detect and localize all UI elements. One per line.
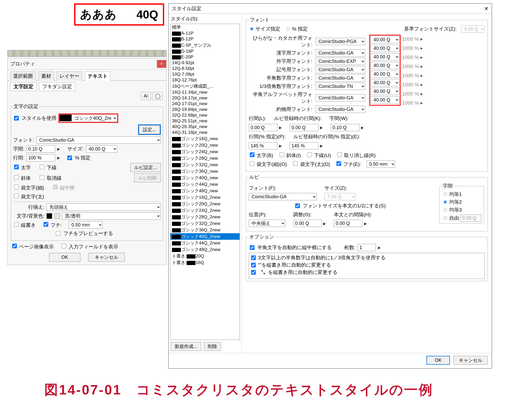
style-item[interactable]: 10Q-7.08pt	[170, 71, 240, 77]
underline-u-checkbox[interactable]	[307, 152, 312, 157]
stepper-icon[interactable]: ▶	[420, 83, 423, 87]
font-row-size[interactable]: 40.00 Q	[371, 70, 399, 78]
style-item[interactable]: 14Q-9.92pt	[170, 60, 240, 66]
dialog-ok-button[interactable]: OK	[426, 356, 450, 365]
style-item[interactable]: ゴシック40Q_2new	[170, 233, 240, 240]
fuchi-e-checkbox[interactable]	[336, 161, 341, 166]
font-row-select[interactable]: ComicStudio-GA	[316, 106, 365, 113]
italic-checkbox[interactable]	[14, 175, 19, 180]
style-item[interactable]: 32Q-22.68pt_new	[170, 112, 240, 118]
ruby-font-select[interactable]: ComicStudio-GA	[249, 193, 317, 200]
style-item[interactable]: ゴシック28Q_2new	[170, 214, 240, 220]
underline-checkbox[interactable]	[40, 165, 44, 169]
stepper-icon[interactable]: ▶	[320, 125, 323, 130]
stepper-icon[interactable]: ▶	[320, 144, 323, 148]
style-item[interactable]: ゴシック20Q_2new	[170, 201, 240, 207]
strike-checkbox[interactable]	[40, 175, 44, 180]
font-row-size[interactable]: 40.00 Q	[371, 79, 399, 86]
jikan-radio-3[interactable]: 自由	[442, 214, 481, 222]
style-item[interactable]: 44Q-31.18pt_new	[170, 130, 240, 135]
style-item[interactable]: ゴシック40Q_new	[170, 175, 240, 181]
font-row-select[interactable]: ComicStudio-GA	[316, 94, 365, 101]
page-image-checkbox[interactable]	[12, 244, 17, 248]
opt-ketasu-input[interactable]	[358, 244, 376, 251]
style-item[interactable]: B-12P	[170, 36, 240, 42]
bold-checkbox[interactable]	[14, 165, 19, 169]
tategaki-checkbox[interactable]	[14, 222, 19, 227]
font-row-size[interactable]: 40.00 Q	[371, 62, 399, 69]
style-item[interactable]: 24Q-17.01pt_new	[170, 101, 240, 107]
opt-item-checkbox[interactable]	[251, 255, 256, 260]
pct-shitei-checkbox[interactable]	[67, 155, 72, 160]
style-item[interactable]: E-20P	[170, 54, 240, 60]
style-item[interactable]: ト書き:16Q	[170, 259, 240, 266]
italic-i-checkbox[interactable]	[280, 152, 284, 157]
stepper-icon[interactable]: ▶	[420, 92, 423, 96]
settings-button[interactable]: 設定...	[139, 125, 160, 134]
tab-3[interactable]: テキスト	[85, 71, 110, 81]
style-item[interactable]: 16Qページ構成図_...	[170, 83, 240, 89]
ruby-half-checkbox[interactable]	[295, 203, 300, 208]
opt-item-checkbox[interactable]	[251, 263, 256, 267]
tab-1[interactable]: 素材	[38, 71, 54, 81]
ruby-gap-input[interactable]	[334, 220, 363, 227]
text-frame-icon[interactable]: A⃞	[141, 92, 151, 100]
style-item[interactable]: ゴシック24Q_2new	[170, 207, 240, 214]
style-item[interactable]: 36Q-25.51pt_new	[170, 118, 240, 124]
size-select[interactable]: 40.00 Q	[86, 145, 117, 153]
style-item[interactable]: D-16P	[170, 49, 240, 54]
font-row-size[interactable]: 40.00 Q	[371, 88, 399, 95]
style-item[interactable]: ゴシック16Q_2new	[170, 194, 240, 201]
style-item[interactable]: ゴシック32Q_2new	[170, 220, 240, 227]
gyoukan-input[interactable]	[26, 154, 55, 161]
size-radio[interactable]	[250, 27, 253, 31]
fuchi-preview-checkbox[interactable]	[56, 231, 61, 236]
style-item[interactable]: ゴシック20Q_new	[170, 142, 240, 148]
font-row-select[interactable]: ComicStudio-GA	[316, 74, 365, 82]
gyoukan-stepper-icon[interactable]: ▶	[57, 156, 60, 160]
sub-tab-0[interactable]: 文字設定	[10, 82, 37, 91]
align-select[interactable]: 先頭揃え	[46, 203, 161, 211]
style-item[interactable]: 20Q-14.17pt_new	[170, 95, 240, 101]
style-item[interactable]: C-5P_サンプル	[170, 42, 240, 49]
style-item[interactable]: ゴシック32Q_new	[170, 161, 240, 168]
style-item[interactable]: ゴシック48Q_new	[170, 188, 240, 194]
gyoukan-pct-p-input[interactable]	[249, 142, 277, 149]
stepper-icon[interactable]: ▶	[420, 46, 423, 50]
stepper-icon[interactable]: ▶	[420, 101, 423, 105]
dialog-cancel-button[interactable]: キャンセル	[454, 356, 488, 365]
jikan-radio-1[interactable]: 均等2	[442, 199, 481, 206]
stepper-icon[interactable]: ▶	[420, 74, 423, 77]
ruby-gyoukan-pct-e-input[interactable]	[290, 142, 318, 149]
tab-2[interactable]: レイヤー	[57, 71, 82, 81]
stepper-icon[interactable]: ▶	[361, 125, 364, 130]
font-row-select[interactable]: ComicStudio-GA	[316, 49, 365, 57]
new-style-button[interactable]: 新規作成...	[171, 342, 201, 351]
fukuro-thick-d-checkbox[interactable]	[293, 161, 298, 166]
color-select[interactable]: 黒/透明	[62, 212, 161, 220]
jikan-input[interactable]	[26, 145, 55, 153]
style-item[interactable]: ゴシック44Q_2new	[170, 240, 240, 246]
dialog-close-icon[interactable]: ✕	[484, 5, 489, 12]
gyoukan-l-input[interactable]	[249, 124, 277, 131]
style-item[interactable]: ゴシック36Q_2new	[170, 227, 240, 233]
strike-r-checkbox[interactable]	[337, 152, 342, 157]
ruby-settings-button[interactable]: ルビ設定...	[130, 163, 161, 172]
font-row-size[interactable]: 40.00 Q	[371, 36, 399, 43]
text-circle-icon[interactable]: ◯	[153, 92, 163, 100]
font-row-select[interactable]: ComicStudio-GA	[316, 66, 365, 73]
stepper-icon[interactable]: ▶	[420, 56, 423, 59]
stepper-icon[interactable]: ▶	[279, 125, 282, 130]
fuchi-e-select[interactable]: 0.50 mm	[366, 160, 395, 168]
ruby-gyoukan-k-input[interactable]	[290, 124, 318, 131]
font-row-size[interactable]: 40.00 Q	[371, 53, 399, 61]
jikan-stepper-icon[interactable]: ▶	[57, 147, 60, 151]
style-item[interactable]: ゴシック44Q_new	[170, 181, 240, 188]
delete-style-button[interactable]: 削除	[204, 342, 221, 351]
stepper-icon[interactable]: ▶	[378, 245, 381, 250]
style-item[interactable]: A-11P	[170, 31, 240, 36]
property-ok-button[interactable]: OK	[49, 253, 80, 262]
style-item[interactable]: 16Q-11.34pt_new	[170, 89, 240, 95]
font-row-select[interactable]: ComicStudio-TN	[316, 83, 365, 90]
pct-radio[interactable]	[286, 27, 290, 31]
